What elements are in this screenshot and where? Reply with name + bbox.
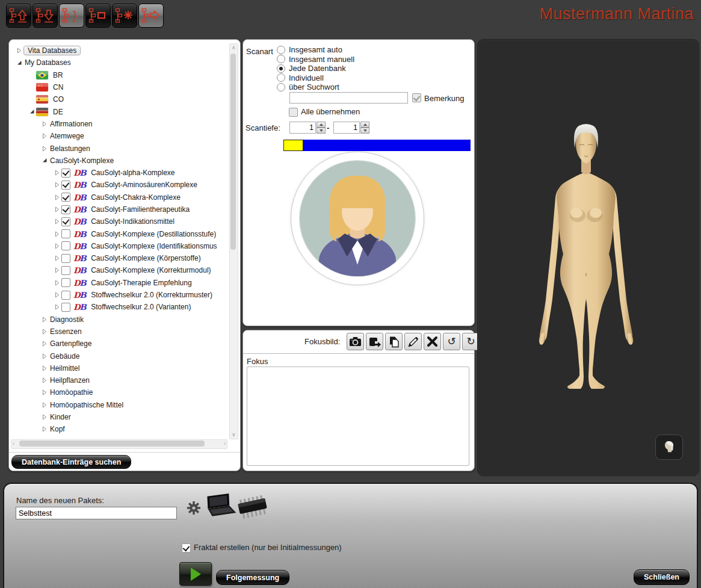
collapsed-arrow-icon[interactable] bbox=[53, 243, 61, 249]
tree-item-causolyt-komplexe-korrekturmodul[interactable]: DBCauSolyt-Komplexe (Korrekturmodul) bbox=[10, 264, 229, 276]
camera-button[interactable] bbox=[347, 333, 364, 350]
expanded-arrow-icon[interactable] bbox=[15, 60, 23, 66]
collapsed-arrow-icon[interactable] bbox=[53, 206, 61, 212]
rotate-ccw-button[interactable]: ↺ bbox=[443, 333, 460, 350]
collapsed-arrow-icon[interactable] bbox=[40, 133, 49, 139]
collapsed-arrow-icon[interactable] bbox=[40, 121, 49, 127]
tree-export-down-button[interactable] bbox=[32, 4, 58, 28]
tree-checkbox[interactable] bbox=[61, 205, 70, 214]
collapsed-arrow-icon[interactable] bbox=[15, 48, 23, 54]
tree-item-gartenpflege[interactable]: Gartenpflege bbox=[10, 338, 229, 350]
collapsed-arrow-icon[interactable] bbox=[40, 353, 49, 359]
collapsed-arrow-icon[interactable] bbox=[53, 304, 61, 310]
edit-button[interactable] bbox=[404, 333, 422, 350]
radio-icon[interactable] bbox=[277, 83, 285, 91]
tree-item-causolyt-alpha-komplexe[interactable]: DBCauSolyt-alpha-Komplexe bbox=[10, 167, 229, 179]
spin-down-button[interactable] bbox=[360, 128, 369, 134]
tree-item-causolyt-familientherapeutika[interactable]: DBCauSolyt-Familientherapeutika bbox=[10, 203, 229, 215]
fraktal-checkbox[interactable] bbox=[182, 543, 191, 552]
spin-down-button[interactable] bbox=[317, 128, 326, 134]
fokus-textarea[interactable] bbox=[247, 367, 469, 466]
tree-item-causolyt-therapie-empfehlung[interactable]: DBCauSolyt-Therapie Empfehlung bbox=[10, 277, 229, 289]
collapsed-arrow-icon[interactable] bbox=[40, 389, 49, 395]
collapsed-arrow-icon[interactable] bbox=[53, 182, 61, 188]
head-view-button[interactable] bbox=[655, 435, 683, 460]
tree-item-stoffwechselkur-2-0-varianten[interactable]: DBStoffwechselkur 2.0 (Varianten) bbox=[10, 301, 229, 313]
scroll-right-icon[interactable]: › bbox=[224, 441, 226, 447]
tree-import-up-button[interactable] bbox=[6, 4, 31, 28]
collapsed-arrow-icon[interactable] bbox=[53, 231, 61, 237]
tree-item-br[interactable]: BR bbox=[10, 69, 229, 81]
collapsed-arrow-icon[interactable] bbox=[40, 402, 49, 408]
paste-button[interactable] bbox=[385, 333, 403, 350]
collapsed-arrow-icon[interactable] bbox=[40, 341, 49, 347]
scanart-option-jede-datenbank[interactable]: Jede Datenbank bbox=[277, 64, 346, 73]
tree-item-belastungen[interactable]: Belastungen bbox=[10, 142, 229, 154]
tree-checkbox[interactable] bbox=[61, 254, 70, 263]
schliessen-button[interactable]: Schließen bbox=[634, 569, 690, 585]
expanded-arrow-icon[interactable] bbox=[40, 158, 49, 163]
scanart-option-individuell[interactable]: Individuell bbox=[277, 73, 324, 82]
collapsed-arrow-icon[interactable] bbox=[53, 218, 61, 224]
tree-send-right-button[interactable] bbox=[138, 4, 164, 28]
package-name-input[interactable] bbox=[16, 507, 177, 519]
tree-checkbox[interactable] bbox=[61, 229, 70, 238]
tree-group-button[interactable]: } bbox=[59, 4, 84, 28]
tree-item-co[interactable]: CO bbox=[10, 93, 229, 105]
vertical-scrollbar[interactable]: ∧ ∨ bbox=[229, 43, 238, 439]
tree-item-causolyt-komplexe-identifikationsmus[interactable]: DBCauSolyt-Komplexe (Identifikationsmus bbox=[10, 240, 229, 252]
tree-item-hom-opathische-mittel[interactable]: Homöopathische Mittel bbox=[10, 399, 229, 411]
collapsed-arrow-icon[interactable] bbox=[53, 194, 61, 200]
tree-item-cn[interactable]: CN bbox=[10, 81, 229, 93]
tree-checkbox[interactable] bbox=[61, 193, 70, 202]
tree-item-stoffwechselkur-2-0-korrekturmuster[interactable]: DBStoffwechselkur 2.0 (Korrekturmuster) bbox=[10, 289, 229, 301]
tree-item-causolyt-komplexe[interactable]: CauSolyt-Komplexe bbox=[10, 155, 229, 167]
collapsed-arrow-icon[interactable] bbox=[40, 146, 49, 152]
tree-item-heilpflanzen[interactable]: Heilpflanzen bbox=[10, 374, 229, 386]
bemerkung-checkbox[interactable] bbox=[412, 93, 421, 102]
gear-icon[interactable] bbox=[186, 500, 202, 516]
scroll-down-icon[interactable]: ∨ bbox=[232, 432, 236, 438]
tree-magic-button[interactable] bbox=[112, 4, 137, 28]
collapsed-arrow-icon[interactable] bbox=[40, 377, 49, 383]
tree-checkbox[interactable] bbox=[61, 278, 70, 287]
spin-up-button[interactable] bbox=[360, 122, 369, 128]
radio-icon[interactable] bbox=[277, 46, 285, 54]
start-measurement-button[interactable] bbox=[179, 562, 212, 586]
tree-checkbox[interactable] bbox=[61, 169, 70, 178]
tree-item-hom-opathie[interactable]: Homöopathie bbox=[10, 386, 229, 398]
tree-item-geb-ude[interactable]: Gebäude bbox=[10, 350, 229, 362]
radio-icon[interactable] bbox=[277, 55, 285, 63]
tree-item-causolyt-aminos-urenkomplexe[interactable]: DBCauSolyt-AminosäurenKomplexe bbox=[10, 179, 229, 191]
collapsed-arrow-icon[interactable] bbox=[53, 292, 61, 298]
alle-uebernehmen-checkbox[interactable] bbox=[289, 108, 298, 117]
horizontal-scrollbar[interactable]: ‹ › bbox=[11, 439, 227, 449]
spin-up-button[interactable] bbox=[317, 122, 326, 128]
collapsed-arrow-icon[interactable] bbox=[40, 317, 49, 323]
scanart-option-insgesamt-auto[interactable]: Insgesamt auto bbox=[277, 45, 342, 54]
import-button[interactable] bbox=[366, 333, 383, 350]
collapsed-arrow-icon[interactable] bbox=[40, 426, 49, 432]
delete-button[interactable] bbox=[424, 333, 441, 350]
tree-frame-button[interactable] bbox=[85, 4, 111, 28]
tree-item-affirmationen[interactable]: Affirmationen bbox=[10, 118, 229, 130]
tree-item-kopf[interactable]: Kopf bbox=[10, 423, 229, 435]
scroll-up-icon[interactable]: ∧ bbox=[232, 45, 236, 51]
tree-checkbox[interactable] bbox=[61, 241, 70, 250]
expanded-arrow-icon[interactable] bbox=[28, 109, 36, 114]
tree-item-kinder[interactable]: Kinder bbox=[10, 411, 229, 423]
scantiefe-from-input[interactable] bbox=[289, 122, 316, 134]
collapsed-arrow-icon[interactable] bbox=[40, 414, 49, 420]
tree-item-causolyt-komplexe-destillationsstufe[interactable]: DBCauSolyt-Komplexe (Destillationsstufe) bbox=[10, 227, 229, 240]
database-search-button[interactable]: Datenbank-Einträge suchen bbox=[11, 455, 131, 469]
tree-checkbox[interactable] bbox=[61, 217, 70, 226]
tree-checkbox[interactable] bbox=[61, 291, 70, 300]
collapsed-arrow-icon[interactable] bbox=[53, 267, 61, 273]
tree-item-causolyt-chakra-komplexe[interactable]: DBCauSolyt-Chakra-Komplexe bbox=[10, 191, 229, 203]
suchwort-input[interactable] bbox=[289, 92, 408, 104]
collapsed-arrow-icon[interactable] bbox=[53, 280, 61, 286]
tree-item-my-databases[interactable]: My Databases bbox=[10, 57, 229, 69]
tree-item-causolyt-komplexe-k-rperstoffe[interactable]: DBCauSolyt-Komplexe (Körperstoffe) bbox=[10, 252, 229, 264]
body-model-panel[interactable] bbox=[477, 39, 699, 476]
scroll-left-icon[interactable]: ‹ bbox=[13, 441, 14, 447]
